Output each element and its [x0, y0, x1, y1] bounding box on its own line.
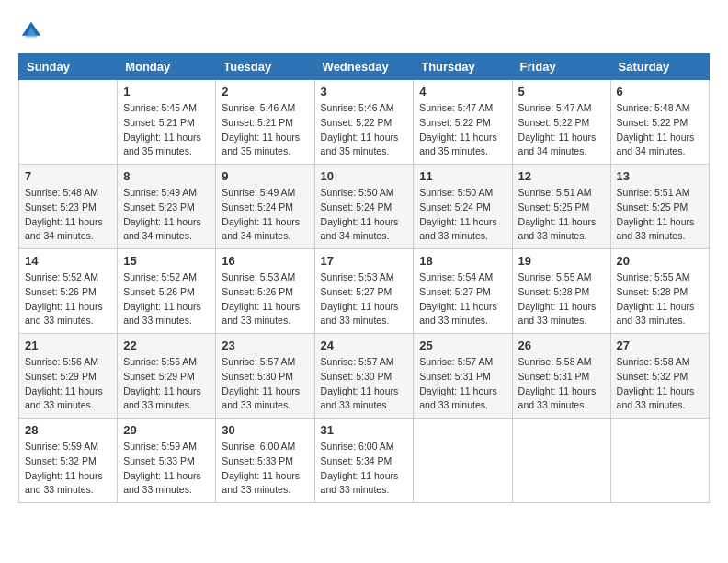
- day-info: Sunrise: 5:52 AM Sunset: 5:26 PM Dayligh…: [25, 270, 111, 328]
- day-number: 16: [222, 254, 308, 268]
- day-info: Sunrise: 5:58 AM Sunset: 5:32 PM Dayligh…: [617, 355, 703, 413]
- day-info: Sunrise: 5:55 AM Sunset: 5:28 PM Dayligh…: [518, 270, 605, 328]
- day-number: 29: [123, 423, 210, 437]
- day-info: Sunrise: 5:53 AM Sunset: 5:26 PM Dayligh…: [222, 270, 308, 328]
- day-info: Sunrise: 6:00 AM Sunset: 5:33 PM Dayligh…: [222, 440, 308, 498]
- calendar-cell: 25Sunrise: 5:57 AM Sunset: 5:31 PM Dayli…: [414, 334, 512, 419]
- calendar-cell: 6Sunrise: 5:48 AM Sunset: 5:22 PM Daylig…: [610, 80, 709, 165]
- day-info: Sunrise: 5:51 AM Sunset: 5:25 PM Dayligh…: [518, 186, 605, 244]
- day-number: 3: [321, 85, 408, 98]
- calendar-week-4: 21Sunrise: 5:56 AM Sunset: 5:29 PM Dayli…: [19, 334, 710, 419]
- calendar-header-row: SundayMondayTuesdayWednesdayThursdayFrid…: [19, 54, 710, 80]
- day-info: Sunrise: 5:49 AM Sunset: 5:23 PM Dayligh…: [123, 186, 210, 244]
- calendar-cell: 7Sunrise: 5:48 AM Sunset: 5:23 PM Daylig…: [19, 165, 118, 249]
- calendar-week-3: 14Sunrise: 5:52 AM Sunset: 5:26 PM Dayli…: [19, 249, 710, 334]
- day-number: 7: [25, 169, 111, 183]
- calendar-cell: 20Sunrise: 5:55 AM Sunset: 5:28 PM Dayli…: [610, 249, 709, 334]
- day-number: 8: [123, 169, 210, 183]
- calendar-cell: 24Sunrise: 5:57 AM Sunset: 5:30 PM Dayli…: [314, 334, 414, 419]
- calendar-cell: 22Sunrise: 5:56 AM Sunset: 5:29 PM Dayli…: [118, 334, 216, 419]
- calendar-cell: 9Sunrise: 5:49 AM Sunset: 5:24 PM Daylig…: [216, 165, 314, 249]
- day-info: Sunrise: 5:57 AM Sunset: 5:30 PM Dayligh…: [222, 355, 308, 413]
- logo-icon: [18, 18, 44, 44]
- calendar-cell: 13Sunrise: 5:51 AM Sunset: 5:25 PM Dayli…: [610, 165, 709, 249]
- day-header-wednesday: Wednesday: [314, 54, 414, 80]
- calendar-cell: 4Sunrise: 5:47 AM Sunset: 5:22 PM Daylig…: [414, 80, 512, 165]
- day-number: 12: [518, 169, 605, 183]
- day-number: 1: [123, 85, 210, 98]
- calendar-cell: 17Sunrise: 5:53 AM Sunset: 5:27 PM Dayli…: [314, 249, 414, 334]
- day-info: Sunrise: 5:48 AM Sunset: 5:22 PM Dayligh…: [617, 101, 703, 159]
- day-number: 13: [617, 169, 703, 183]
- day-info: Sunrise: 5:50 AM Sunset: 5:24 PM Dayligh…: [419, 186, 506, 244]
- calendar-cell: [610, 419, 709, 503]
- day-number: 23: [222, 339, 308, 352]
- day-number: 25: [419, 339, 506, 352]
- calendar-cell: 11Sunrise: 5:50 AM Sunset: 5:24 PM Dayli…: [414, 165, 512, 249]
- day-number: 10: [321, 169, 408, 183]
- day-number: 22: [123, 339, 210, 352]
- calendar-cell: 14Sunrise: 5:52 AM Sunset: 5:26 PM Dayli…: [19, 249, 118, 334]
- calendar-cell: 31Sunrise: 6:00 AM Sunset: 5:34 PM Dayli…: [314, 419, 414, 503]
- day-number: 20: [617, 254, 703, 268]
- calendar-week-1: 1Sunrise: 5:45 AM Sunset: 5:21 PM Daylig…: [19, 80, 710, 165]
- day-number: 6: [617, 85, 703, 98]
- day-info: Sunrise: 5:52 AM Sunset: 5:26 PM Dayligh…: [123, 270, 210, 328]
- calendar-cell: 30Sunrise: 6:00 AM Sunset: 5:33 PM Dayli…: [216, 419, 314, 503]
- calendar-cell: 8Sunrise: 5:49 AM Sunset: 5:23 PM Daylig…: [118, 165, 216, 249]
- day-number: 15: [123, 254, 210, 268]
- day-info: Sunrise: 5:59 AM Sunset: 5:33 PM Dayligh…: [123, 440, 210, 498]
- day-number: 28: [25, 423, 111, 437]
- day-number: 5: [518, 85, 605, 98]
- calendar-cell: 15Sunrise: 5:52 AM Sunset: 5:26 PM Dayli…: [118, 249, 216, 334]
- day-number: 27: [617, 339, 703, 352]
- calendar-cell: 23Sunrise: 5:57 AM Sunset: 5:30 PM Dayli…: [216, 334, 314, 419]
- calendar-cell: 10Sunrise: 5:50 AM Sunset: 5:24 PM Dayli…: [314, 165, 414, 249]
- day-info: Sunrise: 5:47 AM Sunset: 5:22 PM Dayligh…: [419, 101, 506, 159]
- calendar-cell: 27Sunrise: 5:58 AM Sunset: 5:32 PM Dayli…: [610, 334, 709, 419]
- day-info: Sunrise: 5:57 AM Sunset: 5:30 PM Dayligh…: [321, 355, 408, 413]
- day-number: 17: [321, 254, 408, 268]
- day-info: Sunrise: 5:48 AM Sunset: 5:23 PM Dayligh…: [25, 186, 111, 244]
- calendar-table: SundayMondayTuesdayWednesdayThursdayFrid…: [18, 53, 710, 503]
- day-number: 14: [25, 254, 111, 268]
- calendar-week-5: 28Sunrise: 5:59 AM Sunset: 5:32 PM Dayli…: [19, 419, 710, 503]
- day-info: Sunrise: 5:56 AM Sunset: 5:29 PM Dayligh…: [123, 355, 210, 413]
- page-header: [18, 18, 710, 44]
- day-info: Sunrise: 5:59 AM Sunset: 5:32 PM Dayligh…: [25, 440, 111, 498]
- day-info: Sunrise: 5:58 AM Sunset: 5:31 PM Dayligh…: [518, 355, 605, 413]
- day-number: 11: [419, 169, 506, 183]
- day-number: 24: [321, 339, 408, 352]
- day-number: 30: [222, 423, 308, 437]
- calendar-cell: 21Sunrise: 5:56 AM Sunset: 5:29 PM Dayli…: [19, 334, 118, 419]
- day-header-thursday: Thursday: [414, 54, 512, 80]
- day-info: Sunrise: 5:50 AM Sunset: 5:24 PM Dayligh…: [321, 186, 408, 244]
- day-header-friday: Friday: [512, 54, 610, 80]
- day-number: 19: [518, 254, 605, 268]
- calendar-cell: 1Sunrise: 5:45 AM Sunset: 5:21 PM Daylig…: [118, 80, 216, 165]
- calendar-cell: [414, 419, 512, 503]
- calendar-cell: 2Sunrise: 5:46 AM Sunset: 5:21 PM Daylig…: [216, 80, 314, 165]
- day-info: Sunrise: 6:00 AM Sunset: 5:34 PM Dayligh…: [321, 440, 408, 498]
- calendar-cell: 5Sunrise: 5:47 AM Sunset: 5:22 PM Daylig…: [512, 80, 610, 165]
- day-number: 4: [419, 85, 506, 98]
- day-info: Sunrise: 5:54 AM Sunset: 5:27 PM Dayligh…: [419, 270, 506, 328]
- day-header-monday: Monday: [118, 54, 216, 80]
- calendar-cell: 16Sunrise: 5:53 AM Sunset: 5:26 PM Dayli…: [216, 249, 314, 334]
- calendar-week-2: 7Sunrise: 5:48 AM Sunset: 5:23 PM Daylig…: [19, 165, 710, 249]
- day-info: Sunrise: 5:46 AM Sunset: 5:21 PM Dayligh…: [222, 101, 308, 159]
- day-header-saturday: Saturday: [610, 54, 709, 80]
- day-number: 2: [222, 85, 308, 98]
- calendar-cell: 28Sunrise: 5:59 AM Sunset: 5:32 PM Dayli…: [19, 419, 118, 503]
- calendar-cell: 29Sunrise: 5:59 AM Sunset: 5:33 PM Dayli…: [118, 419, 216, 503]
- day-number: 21: [25, 339, 111, 352]
- day-info: Sunrise: 5:55 AM Sunset: 5:28 PM Dayligh…: [617, 270, 703, 328]
- day-info: Sunrise: 5:49 AM Sunset: 5:24 PM Dayligh…: [222, 186, 308, 244]
- calendar-cell: 19Sunrise: 5:55 AM Sunset: 5:28 PM Dayli…: [512, 249, 610, 334]
- day-header-sunday: Sunday: [19, 54, 118, 80]
- calendar-cell: 3Sunrise: 5:46 AM Sunset: 5:22 PM Daylig…: [314, 80, 414, 165]
- day-header-tuesday: Tuesday: [216, 54, 314, 80]
- calendar-body: 1Sunrise: 5:45 AM Sunset: 5:21 PM Daylig…: [19, 80, 710, 503]
- day-info: Sunrise: 5:57 AM Sunset: 5:31 PM Dayligh…: [419, 355, 506, 413]
- day-info: Sunrise: 5:45 AM Sunset: 5:21 PM Dayligh…: [123, 101, 210, 159]
